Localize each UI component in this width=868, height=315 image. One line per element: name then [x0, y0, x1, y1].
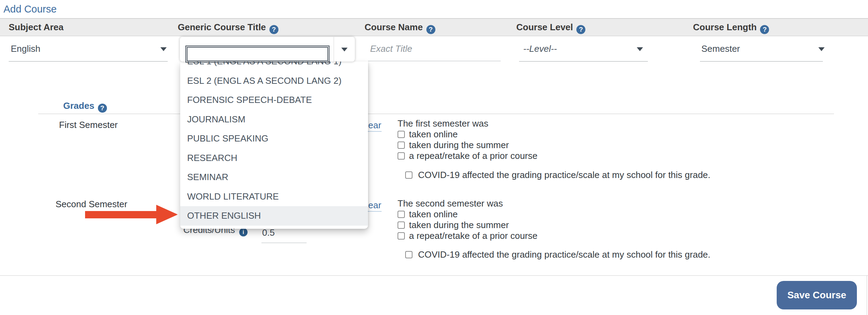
checkbox-label: a repeat/retake of a prior course — [409, 231, 537, 241]
help-icon[interactable] — [760, 25, 769, 34]
column-header-subject-area: Subject Area — [9, 19, 64, 36]
covid-checkbox[interactable] — [405, 171, 412, 179]
pointer-arrow-icon — [156, 205, 178, 224]
chevron-down-icon — [160, 47, 167, 51]
dropdown-option[interactable]: RESEARCH — [180, 148, 368, 168]
semester-option-list: taken online taken during the summer a r… — [398, 129, 537, 161]
checkbox[interactable] — [398, 152, 405, 160]
help-icon[interactable] — [269, 25, 278, 34]
column-label: Generic Course Title — [178, 22, 266, 32]
checkbox-row: taken online — [398, 209, 537, 220]
subject-area-select[interactable]: English — [9, 37, 168, 62]
generic-title-combobox — [180, 37, 355, 62]
subject-area-value: English — [11, 37, 40, 61]
checkbox-row: taken during the summer — [398, 220, 537, 231]
column-label: Course Length — [693, 22, 757, 32]
add-course-screen: Add Course Subject Area Generic Course T… — [0, 0, 868, 315]
checkbox-row: taken online — [398, 129, 537, 140]
course-length-select[interactable]: Semester — [700, 37, 823, 62]
column-label: Course Level — [516, 22, 573, 32]
footer-divider — [0, 275, 868, 276]
dropdown-option-label: SEMINAR — [187, 172, 228, 182]
checkbox-row: a repeat/retake of a prior course — [398, 151, 537, 161]
dropdown-toggle-button[interactable] — [334, 37, 355, 62]
checkbox-label: taken online — [409, 209, 458, 219]
checkbox-row: taken during the summer — [398, 140, 537, 151]
page-title: Add Course — [3, 3, 57, 15]
dropdown-option-label: RESEARCH — [187, 153, 237, 163]
first-semester-label: First Semester — [59, 120, 118, 130]
checkbox-label: a repeat/retake of a prior course — [409, 151, 537, 161]
pointer-arrow-shaft — [85, 211, 157, 218]
credits-units-input[interactable]: 0.5 — [261, 227, 307, 243]
checkbox[interactable] — [398, 131, 405, 138]
chevron-down-icon — [341, 48, 348, 51]
second-semester-label: Second Semester — [56, 199, 127, 210]
generic-title-dropdown-list: ESL 1 (ENGL AS A SECOND LANG 1) ESL 2 (E… — [180, 62, 368, 229]
help-icon[interactable] — [98, 104, 107, 113]
checkbox-label: taken during the summer — [409, 140, 509, 150]
dropdown-option-label: JOURNALISM — [187, 114, 245, 124]
covid-checkbox[interactable] — [405, 251, 412, 258]
chevron-down-icon — [637, 47, 643, 51]
grades-divider — [38, 114, 834, 114]
second-semester-covid-row: COVID-19 affected the grading practice/s… — [405, 249, 710, 260]
column-label: Subject Area — [9, 22, 64, 32]
footer-right-border — [867, 275, 867, 315]
dropdown-options: ESL 1 (ENGL AS A SECOND LANG 1) ESL 2 (E… — [180, 62, 368, 226]
column-header-course-length: Course Length — [693, 19, 769, 36]
first-semester-covid-row: COVID-19 affected the grading practice/s… — [405, 170, 710, 180]
dropdown-option-label: ESL 1 (ENGL AS A SECOND LANG 1) — [187, 62, 342, 66]
semester-option-list: taken online taken during the summer a r… — [398, 209, 537, 241]
semester-intro-label: The second semester was — [398, 198, 503, 209]
save-course-button[interactable]: Save Course — [777, 281, 857, 309]
covid-label: COVID-19 affected the grading practice/s… — [418, 170, 710, 180]
dropdown-option-label: OTHER ENGLISH — [187, 210, 261, 221]
column-header-course-name: Course Name — [365, 19, 435, 36]
checkbox[interactable] — [398, 232, 405, 240]
dropdown-option[interactable]: PUBLIC SPEAKING — [180, 129, 368, 148]
checkbox[interactable] — [398, 142, 405, 149]
dropdown-option-label: WORLD LITERATURE — [187, 191, 279, 202]
second-semester-checkbox-group: The second semester was taken online tak… — [398, 198, 537, 241]
checkbox-label: taken during the summer — [409, 220, 509, 230]
semester-intro-label: The first semester was — [398, 118, 489, 129]
column-label: Course Name — [365, 22, 423, 32]
chevron-down-icon — [818, 47, 825, 51]
grades-heading-label: Grades — [63, 100, 94, 111]
course-level-select[interactable]: --Level-- — [519, 37, 648, 62]
course-length-value: Semester — [701, 37, 740, 61]
covid-label: COVID-19 affected the grading practice/s… — [418, 249, 710, 260]
course-name-input[interactable] — [368, 37, 501, 61]
checkbox-row: a repeat/retake of a prior course — [398, 231, 537, 241]
first-semester-checkbox-group: The first semester was taken online take… — [398, 118, 537, 161]
dropdown-option[interactable]: OTHER ENGLISH — [180, 206, 368, 226]
dropdown-option[interactable]: JOURNALISM — [180, 110, 368, 129]
column-header-generic-course-title: Generic Course Title — [178, 19, 278, 36]
course-level-value: --Level-- — [523, 37, 557, 61]
dropdown-option[interactable]: ESL 1 (ENGL AS A SECOND LANG 1) — [180, 62, 368, 71]
dropdown-option-label: FORENSIC SPEECH-DEBATE — [187, 95, 312, 105]
info-icon[interactable] — [239, 228, 248, 236]
checkbox[interactable] — [398, 211, 405, 218]
checkbox[interactable] — [398, 221, 405, 229]
dropdown-option[interactable]: SEMINAR — [180, 168, 368, 187]
column-header-course-level: Course Level — [516, 19, 585, 36]
help-icon[interactable] — [426, 25, 435, 34]
grades-heading: Grades — [63, 100, 107, 113]
dropdown-option-label: ESL 2 (ENGL AS A SECOND LANG 2) — [187, 75, 342, 86]
dropdown-option[interactable]: WORLD LITERATURE — [180, 187, 368, 207]
generic-title-search-input[interactable] — [187, 47, 328, 61]
dropdown-option[interactable]: ESL 2 (ENGL AS A SECOND LANG 2) — [180, 71, 368, 91]
semester-intro: The first semester was — [398, 118, 537, 129]
table-header: Subject Area Generic Course Title Course… — [0, 18, 868, 36]
help-icon[interactable] — [576, 25, 585, 34]
dropdown-option-label: PUBLIC SPEAKING — [187, 133, 268, 144]
dropdown-option[interactable]: FORENSIC SPEECH-DEBATE — [180, 90, 368, 110]
checkbox-label: taken online — [409, 129, 458, 139]
semester-intro: The second semester was — [398, 198, 537, 209]
